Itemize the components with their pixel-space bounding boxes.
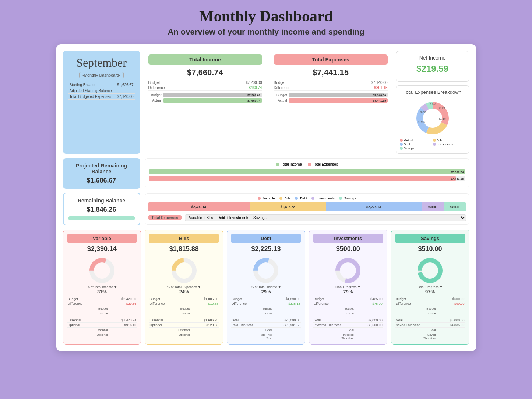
income-budget-label: Budget <box>148 81 160 85</box>
breakdown-donut: 32.1% 24.4% 29.9% 6.7% 6.9% <box>412 98 453 138</box>
sl-variable-label: Variable <box>263 197 275 200</box>
adjusted-label: Adjusted Starting Balance <box>68 88 115 94</box>
income-budget-bar-label: Budget <box>148 93 162 97</box>
debt-card: Debt $2,225.13 % of Total Income ▼ 29% B… <box>227 230 305 345</box>
dd-paid-bar-row: Paid This Year $23,981.56 <box>259 333 273 340</box>
income-bars: Budget $7,200.00 Actual $7,660.74 <box>148 93 262 104</box>
savings-metric-label-text: Goal Progress <box>418 285 439 289</box>
sl-bills-label: Bills <box>285 197 291 200</box>
bills-metric-value: 24% <box>179 289 189 294</box>
income-value: $7,660.74 <box>148 68 262 77</box>
stacked-variable-val: $2,390.14 <box>191 205 206 209</box>
dd-budget-bar-row: Budget $1,890.00 <box>259 307 273 310</box>
expenses-chart-label: Total Expenses <box>313 162 338 166</box>
expenses-value: $7,441.15 <box>274 68 388 77</box>
sl-bills: Bills <box>279 197 291 200</box>
starting-label: Starting Balance <box>68 82 115 88</box>
savings-value: $510.00 <box>418 245 442 253</box>
expenses-bars: Budget $7,140.00 Actual $7,441.15 <box>274 93 388 104</box>
debt-detail-table: Budget$1,890.00 Difference$335.13 <box>231 297 301 306</box>
vd-budget-bar-row: Budget $2,420.00 <box>95 307 109 310</box>
expenses-diff-label: Difference <box>274 86 290 90</box>
sl-savings: Savings <box>339 197 356 200</box>
stacked-savings: $510.00 <box>444 202 466 211</box>
debt-metric-label-text: % of Total Income <box>251 285 277 289</box>
bills-donut <box>169 256 199 285</box>
bills-metric-label-text: % of Total Expenses <box>167 285 197 289</box>
savings-metric-value: 97% <box>425 289 435 294</box>
savings-card: Savings $510.00 Goal Progress ▼ 97% Budg… <box>391 230 469 345</box>
hbar-expenses: $7,441.15 <box>149 176 465 181</box>
variable-metric-value: 31% <box>97 289 107 294</box>
investments-detail-table: Budget$425.00 Difference$75.00 <box>313 297 383 306</box>
investments-metric-label-text: Goal Progress <box>335 285 357 289</box>
savings-donut <box>415 256 445 285</box>
remaining-value: $1,846.26 <box>68 206 135 213</box>
page-title: Monthly Dashboard <box>7 7 525 25</box>
page-subtitle: An overview of your monthly income and s… <box>7 27 525 37</box>
bills-detail-table: Budget$1,805.00 Difference$10.88 <box>149 297 219 306</box>
variable-card: Variable $2,390.14 % of Total Income ▼ 3… <box>63 230 141 345</box>
bd-diff-value: $10.88 <box>184 301 219 306</box>
sl-debt-label: Debt <box>300 197 307 200</box>
dd-goal-label: Goal <box>231 318 270 323</box>
net-income-title: Net Income <box>419 55 446 61</box>
income-budget-bar-track: $7,200.00 <box>163 93 262 97</box>
bills-metric-label: % of Total Expenses ▼ <box>167 285 201 289</box>
hbar-expenses-track: $7,441.15 <box>149 176 465 181</box>
expenses-budget-bar-row: Budget $7,140.00 <box>274 93 388 97</box>
expenses-budget-bar-val: $7,140.00 <box>373 93 386 97</box>
investments-donut <box>333 256 363 285</box>
total-income-card: Total Income $7,660.74 Budget $7,200.00 … <box>145 51 266 154</box>
income-dot <box>276 163 279 166</box>
vd-optional-val: $916.40 <box>101 323 137 328</box>
bills-extra-table: Essential$1,686.95 Optional$128.93 <box>149 318 219 328</box>
dropdown-pill: Total Expenses <box>148 215 182 220</box>
bd-optional-val: $128.93 <box>183 323 219 328</box>
chart-col: Total Income Total Expenses $7,660.74 <box>145 158 469 225</box>
expenses-actual-bar-row: Actual $7,441.15 <box>274 98 388 103</box>
expenses-diff-value: $301.15 <box>374 86 387 90</box>
variable-header: Variable <box>67 234 137 243</box>
left-col: Projected Remaining Balance $1,686.67 Re… <box>63 158 140 225</box>
adjusted-value <box>115 88 135 94</box>
dd-paid-label: Paid This Year <box>231 323 270 328</box>
hbar-income: $7,660.74 <box>149 169 465 174</box>
total-expenses-card: Total Expenses $7,441.15 Budget $7,140.0… <box>270 51 391 154</box>
variable-extra-table: Essential$1,473.74 Optional$916.40 <box>67 318 137 328</box>
hbar-expenses-val: $7,441.15 <box>451 177 464 180</box>
projected-card: Projected Remaining Balance $1,686.67 <box>63 158 140 189</box>
dd-actual-bar-row: Actual $2,225.13 <box>259 312 273 315</box>
id-goal-label: Goal <box>313 318 358 323</box>
investments-extra-table: Goal$7,000.00 Invested This Year$5,500.0… <box>313 318 383 328</box>
stacked-bills: $1,815.88 <box>250 202 326 211</box>
category-select[interactable]: Variable + Bills + Debt + Investments + … <box>185 214 466 221</box>
expenses-budget-value: $7,140.00 <box>371 81 388 85</box>
id-goal-val: $7,000.00 <box>358 318 383 323</box>
sd-budget-bar-row: Budget $600.00 <box>423 307 437 310</box>
income-actual-bar-track: $7,660.74 <box>163 98 262 103</box>
vd-optional-bar-row: Optional $916.40 <box>95 333 109 336</box>
income-budget-bar-row: Budget $7,200.00 <box>148 93 262 97</box>
svg-text:32.1%: 32.1% <box>438 107 445 109</box>
stacked-legend: Variable Bills Debt Investments Savings <box>148 197 466 200</box>
horizontal-bar-chart: $7,660.74 $7,441.15 <box>149 169 465 181</box>
chevron-down-icon: ▼ <box>198 285 201 289</box>
bills-header: Bills <box>149 234 219 243</box>
sd-budget-label: Budget <box>395 297 434 301</box>
svg-text:29.9%: 29.9% <box>418 121 425 123</box>
sd-diff-label: Difference <box>395 301 434 306</box>
expenses-actual-bar-track: $7,441.15 <box>289 98 388 103</box>
net-income-value: $219.59 <box>416 64 448 74</box>
chart-section: Total Income Total Expenses $7,660.74 <box>145 158 469 187</box>
id-invested-val: $5,500.00 <box>358 323 383 328</box>
breakdown-legend: Variable Bills Debt Investments Savings <box>400 138 465 150</box>
hbar-income-track: $7,660.74 <box>149 169 465 174</box>
month-name: September <box>76 56 127 70</box>
balance-table: Starting Balance $1,626.67 Adjusted Star… <box>68 82 135 100</box>
stacked-savings-val: $510.00 <box>450 206 459 208</box>
svg-text:24.4%: 24.4% <box>439 118 446 120</box>
budgeted-label: Total Budgeted Expenses <box>68 94 115 100</box>
month-card: September -Monthly Dashboard- Starting B… <box>63 51 140 154</box>
expenses-budget-row: Budget $7,140.00 <box>274 80 388 85</box>
